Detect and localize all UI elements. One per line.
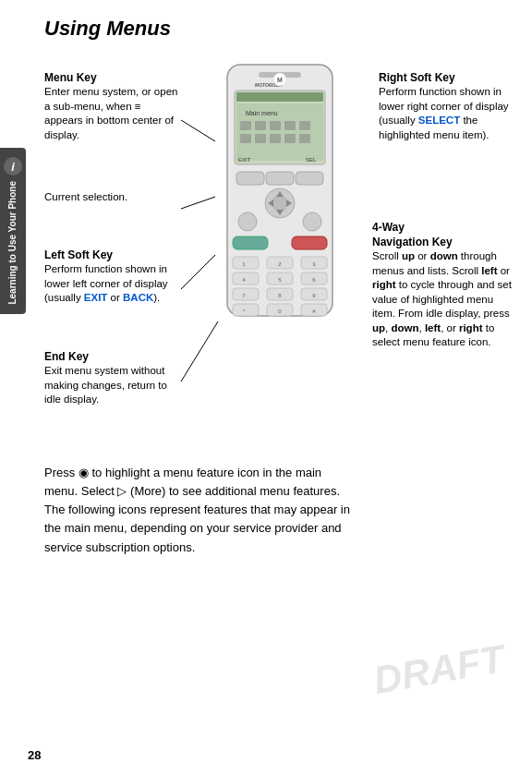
- main-content: Using Menus: [28, 0, 532, 775]
- close-paren: ).: [153, 292, 160, 303]
- bottom-line4: the main menu, depending on your service…: [44, 521, 342, 535]
- menu-key-callout: Menu Key Enter menu system, or open a su…: [44, 70, 181, 142]
- or-text: or: [107, 292, 123, 303]
- svg-rect-15: [299, 121, 310, 130]
- menu-key-body: Enter menu system, or open a sub-menu, w…: [44, 85, 181, 142]
- svg-rect-18: [270, 134, 281, 143]
- bottom-line1: Press ◉ to highlight a menu feature icon…: [44, 466, 321, 479]
- phone-image: Main menu EXIT SEL MOTOROLA: [220, 63, 340, 324]
- svg-rect-36: [233, 236, 268, 249]
- svg-rect-20: [299, 134, 310, 143]
- nav-key-title: 4-WayNavigation Key: [372, 220, 515, 249]
- svg-rect-38: [233, 257, 259, 269]
- right-soft-key-title: Right Soft Key: [379, 70, 515, 85]
- page-title: Using Menus: [44, 17, 515, 41]
- svg-rect-11: [240, 121, 251, 130]
- svg-rect-8: [236, 92, 323, 102]
- svg-point-35: [303, 212, 321, 231]
- page-number: 28: [28, 748, 41, 762]
- svg-point-26: [272, 196, 287, 211]
- current-selection-label: Current selection.: [44, 190, 127, 205]
- svg-text:Main menu: Main menu: [246, 110, 278, 116]
- left-soft-key-body: Perform function shown in lower left cor…: [44, 262, 181, 306]
- svg-point-34: [238, 212, 257, 231]
- svg-line-3: [181, 321, 218, 381]
- bottom-text: Press ◉ to highlight a menu feature icon…: [44, 464, 515, 557]
- nav-key-body: Scroll up or down through menus and list…: [372, 249, 515, 350]
- svg-rect-13: [270, 121, 281, 130]
- nav-key-callout: 4-WayNavigation Key Scroll up or down th…: [372, 220, 515, 350]
- sidebar-label: Learning to Use Your Phone: [7, 181, 18, 305]
- diagram-area: Main menu EXIT SEL MOTOROLA: [44, 54, 515, 451]
- svg-rect-44: [233, 272, 259, 285]
- end-key-callout: End Key Exit menu system without making …: [44, 349, 181, 407]
- svg-rect-12: [255, 121, 266, 130]
- svg-rect-56: [233, 304, 259, 316]
- menu-key-title: Menu Key: [44, 70, 181, 85]
- right-soft-key-body: Perform function shown in lower right co…: [379, 85, 515, 142]
- svg-line-1: [181, 197, 215, 209]
- right-text: right: [372, 279, 396, 290]
- svg-text:M: M: [277, 77, 283, 83]
- bottom-line5: service subscription options.: [44, 540, 195, 554]
- left-soft-key-callout: Left Soft Key Perform function shown in …: [44, 248, 181, 306]
- svg-rect-50: [233, 288, 259, 300]
- svg-rect-37: [292, 236, 327, 249]
- sidebar-tab: Learning to Use Your Phone: [0, 148, 26, 314]
- svg-rect-17: [255, 134, 266, 143]
- current-selection-callout: Current selection.: [44, 190, 127, 205]
- svg-rect-32: [296, 172, 323, 185]
- svg-text:EXIT: EXIT: [238, 157, 251, 163]
- bottom-line2: menu. Select ▷ (More) to see additional …: [44, 484, 340, 498]
- down-text: down: [430, 250, 458, 261]
- select-text: SELECT: [418, 115, 460, 126]
- up-text: up: [402, 250, 415, 261]
- info-icon: [4, 157, 22, 176]
- svg-rect-16: [240, 134, 251, 143]
- svg-rect-19: [284, 134, 296, 143]
- end-key-body: Exit menu system without making changes,…: [44, 364, 181, 407]
- left-soft-key-title: Left Soft Key: [44, 248, 181, 262]
- svg-text:SEL: SEL: [306, 157, 317, 163]
- exit-text: EXIT: [84, 292, 108, 303]
- svg-line-0: [181, 120, 215, 141]
- right-soft-key-callout: Right Soft Key Perform function shown in…: [379, 70, 515, 142]
- end-key-title: End Key: [44, 349, 181, 364]
- svg-rect-31: [236, 172, 264, 185]
- back-text: BACK: [123, 292, 153, 303]
- left-text: left: [481, 265, 497, 276]
- bottom-line3: The following icons represent features t…: [44, 503, 350, 516]
- svg-line-2: [181, 255, 215, 289]
- svg-rect-14: [284, 121, 296, 130]
- svg-rect-33: [266, 172, 294, 185]
